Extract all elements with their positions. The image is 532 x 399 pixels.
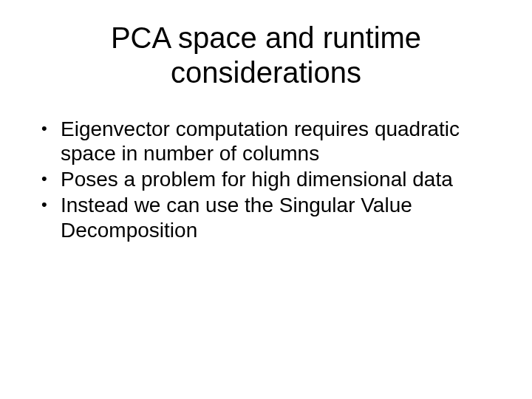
slide-title: PCA space and runtime considerations <box>35 21 497 90</box>
list-item: Poses a problem for high dimensional dat… <box>40 167 497 191</box>
list-item: Instead we can use the Singular Value De… <box>40 193 497 242</box>
slide: PCA space and runtime considerations Eig… <box>0 0 532 399</box>
list-item: Eigenvector computation requires quadrat… <box>40 117 497 166</box>
bullet-list: Eigenvector computation requires quadrat… <box>35 117 497 242</box>
